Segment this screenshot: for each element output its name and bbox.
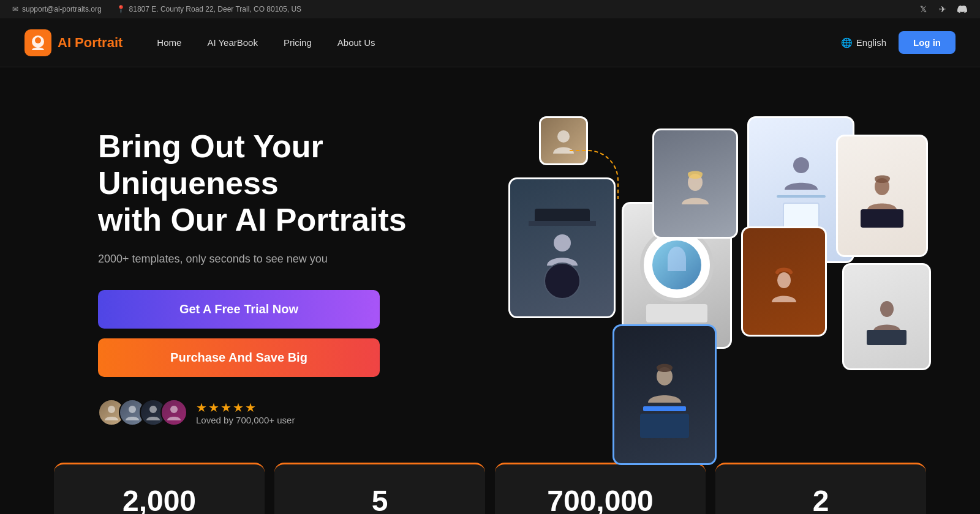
- hero-title-line1: Bring Out Your Uniqueness: [98, 128, 323, 201]
- location-icon: 📍: [116, 5, 126, 13]
- stat-number-seconds: 5: [299, 484, 461, 514]
- logo[interactable]: AI Portrait: [24, 29, 123, 56]
- language-button[interactable]: 🌐 English: [841, 37, 886, 48]
- hero-subtitle: 2000+ templates, only seconds to see new…: [98, 253, 502, 266]
- stars: ★★★★★: [196, 400, 295, 415]
- hero-title-line2: with Our AI Portraits: [98, 202, 407, 237]
- logo-text: AI Portrait: [58, 35, 123, 51]
- nav-links: Home AI YearBook Pricing About Us: [147, 32, 840, 53]
- svg-point-8: [793, 157, 809, 173]
- rating-stars: ★★★★★ Loved by 700,000+ user: [196, 400, 295, 425]
- portrait-card-business-bottom: [842, 263, 931, 370]
- logo-icon: [24, 29, 51, 56]
- hero-portrait-grid: [502, 116, 882, 422]
- twitter-icon[interactable]: 𝕏: [918, 4, 929, 15]
- stat-templates: 2,000 Portrait Templates: [54, 463, 265, 514]
- portrait-card-redhead: [741, 226, 827, 337]
- nav-right: 🌐 English Log in: [841, 31, 956, 54]
- hero-title: Bring Out Your Uniqueness with Our AI Po…: [98, 128, 502, 238]
- telegram-icon[interactable]: ✈: [937, 4, 948, 15]
- stat-portraits: 2 Million AI Portraits: [715, 463, 926, 514]
- svg-point-3: [129, 406, 136, 413]
- nav-yearbook[interactable]: AI YearBook: [197, 32, 268, 53]
- portrait-card-captain: [508, 177, 616, 318]
- portrait-card-blonde: [652, 128, 738, 239]
- svg-point-12: [880, 301, 894, 317]
- trial-button[interactable]: Get A Free Trial Now: [98, 290, 380, 329]
- topbar-social: 𝕏 ✈: [918, 4, 968, 15]
- stats-bar: 2,000 Portrait Templates 5 Seconds Gener…: [0, 463, 980, 514]
- avatar: [160, 399, 187, 426]
- svg-point-10: [777, 272, 791, 288]
- stat-number-templates: 2,000: [78, 484, 240, 514]
- stat-users: 700,000 Active Users: [495, 463, 706, 514]
- nav-pricing[interactable]: Pricing: [274, 32, 322, 53]
- hero-left: Bring Out Your Uniqueness with Our AI Po…: [98, 116, 502, 426]
- portrait-card-business-top: [836, 135, 928, 257]
- nav-home[interactable]: Home: [147, 32, 191, 53]
- hero-section: Bring Out Your Uniqueness with Our AI Po…: [0, 67, 980, 463]
- language-label: English: [856, 37, 886, 48]
- navbar: AI Portrait Home AI YearBook Pricing Abo…: [0, 18, 980, 67]
- topbar-address: 📍 81807 E. County Road 22, Deer Trail, C…: [116, 5, 302, 13]
- nav-about[interactable]: About Us: [328, 32, 385, 53]
- portrait-card-police: [612, 324, 717, 465]
- stat-number-portraits: 2: [740, 484, 902, 514]
- social-proof: ★★★★★ Loved by 700,000+ user: [98, 399, 502, 426]
- email-icon: ✉: [12, 5, 18, 13]
- svg-point-4: [149, 406, 157, 413]
- purchase-button[interactable]: Purchase And Save Big: [98, 338, 380, 377]
- email-text: support@ai-portraits.org: [22, 5, 102, 13]
- svg-point-1: [35, 37, 41, 43]
- stat-number-users: 700,000: [519, 484, 681, 514]
- stat-seconds: 5 Seconds Generation: [274, 463, 485, 514]
- topbar-email: ✉ support@ai-portraits.org: [12, 5, 102, 13]
- svg-point-5: [170, 406, 178, 413]
- globe-icon: 🌐: [841, 37, 853, 48]
- loved-text: Loved by 700,000+ user: [196, 415, 295, 425]
- discord-icon[interactable]: [957, 4, 968, 15]
- topbar: ✉ support@ai-portraits.org 📍 81807 E. Co…: [0, 0, 980, 18]
- svg-point-6: [557, 130, 570, 143]
- svg-point-7: [554, 234, 571, 251]
- address-text: 81807 E. County Road 22, Deer Trail, CO …: [129, 5, 302, 13]
- login-button[interactable]: Log in: [899, 31, 956, 54]
- avatar-group: [98, 399, 187, 426]
- svg-point-2: [108, 406, 115, 413]
- topbar-left: ✉ support@ai-portraits.org 📍 81807 E. Co…: [12, 5, 899, 13]
